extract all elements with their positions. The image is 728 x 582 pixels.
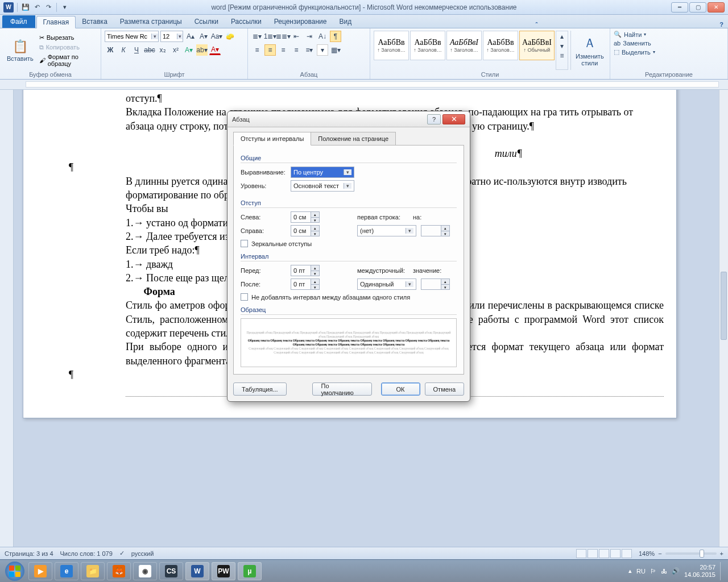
dialog-tab-pageposition[interactable]: Положение на странице (311, 132, 396, 146)
view-outline[interactable] (610, 549, 621, 558)
zoom-in-icon[interactable]: + (720, 550, 723, 557)
ok-button[interactable]: ОК (381, 383, 420, 396)
bold-button[interactable]: Ж (105, 44, 116, 56)
italic-button[interactable]: К (118, 44, 129, 56)
qat-customize-icon[interactable]: ▾ (60, 3, 69, 12)
default-button[interactable]: По умолчанию (312, 383, 371, 396)
styles-up-icon[interactable]: ▴ (556, 31, 568, 41)
cancel-button[interactable]: Отмена (425, 383, 464, 396)
style-heading4[interactable]: АаБбВв↑ Заголов… (483, 31, 518, 60)
align-center-icon[interactable]: ≡ (264, 44, 276, 56)
chevron-down-icon[interactable]: ▾ (406, 281, 413, 287)
tray-flag-icon[interactable]: 🏳 (650, 568, 656, 575)
tab-references[interactable]: Ссылки (188, 15, 225, 28)
chevron-down-icon[interactable]: ▾ (151, 34, 158, 39)
align-right-icon[interactable]: ≡ (278, 44, 289, 56)
outdent-icon[interactable]: ⇤ (291, 31, 302, 42)
borders-icon[interactable]: ▦▾ (330, 44, 341, 56)
multilevel-icon[interactable]: ≣≣▾ (278, 31, 289, 42)
shrink-font-icon[interactable]: A▾ (198, 31, 209, 42)
start-button[interactable] (3, 562, 26, 580)
subscript-button[interactable]: x₂ (157, 44, 168, 56)
indent-left-spinner[interactable]: 0 см▴▾ (291, 211, 320, 223)
text-effects-icon[interactable]: A▾ (183, 44, 195, 56)
taskbar-utorrent[interactable]: µ (238, 562, 262, 580)
chevron-down-icon[interactable]: ▾ (406, 228, 413, 234)
taskbar-app-pw[interactable]: PW (212, 562, 235, 580)
taskbar-mediaplayer[interactable]: ▶ (28, 562, 52, 580)
styles-more-icon[interactable]: ≡ (556, 51, 568, 60)
undo-icon[interactable]: ↶ (32, 3, 42, 12)
dialog-close-button[interactable]: ✕ (442, 114, 465, 124)
view-print-layout[interactable] (576, 549, 586, 558)
scrollbar-thumb[interactable] (721, 272, 727, 340)
spinner-up-icon[interactable]: ▴ (311, 226, 319, 231)
justify-icon[interactable]: ≡ (291, 44, 302, 56)
font-name-combo[interactable]: ▾ (105, 31, 159, 42)
space-after-spinner[interactable]: 0 пт▴▾ (291, 278, 320, 290)
mirror-indents-checkbox[interactable]: Зеркальные отступы (241, 240, 457, 247)
style-heading1[interactable]: АаБбВв↑ Заголов… (374, 31, 409, 60)
bullets-icon[interactable]: ≣▾ (251, 31, 263, 42)
chevron-down-icon[interactable]: ▾ (177, 34, 183, 39)
firstline-combo[interactable]: (нет)▾ (357, 225, 416, 236)
superscript-button[interactable]: x² (170, 44, 181, 56)
shading-icon[interactable]: ▾ (317, 44, 328, 56)
zoom-thumb[interactable] (700, 550, 704, 558)
tab-mailings[interactable]: Рассылки (225, 15, 268, 28)
maximize-button[interactable]: ▢ (689, 2, 706, 13)
tray-volume-icon[interactable]: 🔊 (672, 567, 680, 575)
view-draft[interactable] (622, 549, 632, 558)
minimize-ribbon-icon[interactable]: ˆ (535, 21, 537, 28)
status-page[interactable]: Страница: 3 из 4 (5, 550, 53, 557)
taskbar-ie[interactable]: e (55, 562, 78, 580)
spinner-up-icon[interactable]: ▴ (441, 279, 449, 284)
tab-view[interactable]: Вид (333, 15, 358, 28)
styles-down-icon[interactable]: ▾ (556, 41, 568, 51)
strike-button[interactable]: abc (144, 44, 155, 56)
tab-review[interactable]: Рецензирование (268, 15, 333, 28)
taskbar-explorer[interactable]: 📁 (81, 562, 105, 580)
horizontal-ruler[interactable] (0, 80, 728, 90)
minimize-button[interactable]: ━ (671, 2, 688, 13)
help-icon[interactable]: ? (719, 21, 723, 28)
outline-level-combo[interactable]: Основной текст▾ (291, 180, 354, 192)
tab-insert[interactable]: Вставка (76, 15, 114, 28)
by-spinner[interactable]: ▴▾ (421, 225, 450, 236)
style-normal[interactable]: АаБбВвІ↑ Обычный (519, 31, 555, 60)
view-fullscreen[interactable] (588, 549, 598, 558)
copy-button[interactable]: ⧉Копировать (39, 44, 97, 51)
align-left-icon[interactable]: ≡ (251, 44, 263, 56)
indent-icon[interactable]: ⇥ (304, 31, 315, 42)
redo-icon[interactable]: ↷ (44, 3, 53, 12)
style-heading2[interactable]: АаБбВв↑ Заголов… (410, 31, 445, 60)
show-desktop-button[interactable] (720, 562, 725, 580)
taskbar-app-cs[interactable]: CS (159, 562, 183, 580)
chevron-down-icon[interactable]: ▾ (344, 169, 351, 175)
tray-language[interactable]: RU (636, 568, 646, 575)
spinner-up-icon[interactable]: ▴ (441, 226, 449, 231)
alignment-combo[interactable]: По центру▾ (291, 167, 354, 178)
linespacing-combo[interactable]: Одинарный▾ (357, 278, 416, 290)
spinner-down-icon[interactable]: ▾ (441, 231, 449, 236)
view-web[interactable] (599, 549, 609, 558)
file-tab[interactable]: Файл (2, 15, 35, 28)
spinner-up-icon[interactable]: ▴ (311, 265, 319, 271)
show-marks-icon[interactable]: ¶ (330, 31, 341, 42)
line-spacing-icon[interactable]: ≡▾ (304, 44, 315, 56)
close-button[interactable]: ✕ (708, 2, 725, 13)
indent-right-spinner[interactable]: 0 см▴▾ (291, 225, 320, 236)
change-styles-button[interactable]: Ａ Изменить стили (570, 31, 607, 70)
vertical-scrollbar[interactable] (719, 90, 728, 547)
status-words[interactable]: Число слов: 1 079 (60, 550, 113, 557)
spinner-up-icon[interactable]: ▴ (311, 212, 319, 217)
highlight-icon[interactable]: ab▾ (196, 44, 208, 56)
replace-button[interactable]: abЗаменить (614, 40, 655, 47)
cut-button[interactable]: ✂Вырезать (39, 34, 97, 41)
no-space-same-style-checkbox[interactable]: Не добавлять интервал между абзацами одн… (241, 293, 457, 301)
tray-clock[interactable]: 20:57 14.06.2015 (684, 564, 715, 577)
numbering-icon[interactable]: 1≣▾ (264, 31, 276, 42)
dialog-help-button[interactable]: ? (427, 114, 441, 124)
clear-format-icon[interactable]: 🧽 (224, 31, 235, 42)
at-spinner[interactable]: ▴▾ (421, 278, 450, 290)
